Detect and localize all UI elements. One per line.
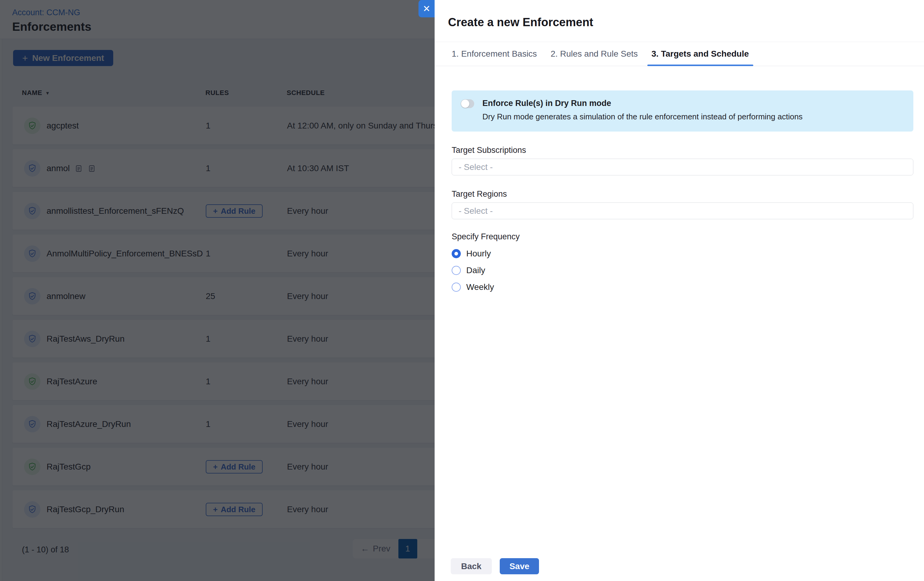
wizard-tabs: 1. Enforcement Basics2. Rules and Rule S… (435, 42, 924, 66)
specify-frequency-label: Specify Frequency (452, 232, 913, 242)
radio-label: Daily (466, 265, 485, 275)
create-enforcement-drawer: ✕ Create a new Enforcement 1. Enforcemen… (435, 0, 924, 581)
save-button[interactable]: Save (500, 558, 539, 574)
drawer-title: Create a new Enforcement (435, 0, 924, 29)
target-regions-select[interactable]: - Select - (452, 202, 913, 219)
frequency-radio-group: HourlyDailyWeekly (452, 249, 913, 292)
frequency-option-daily[interactable]: Daily (452, 265, 913, 275)
dry-run-toggle[interactable] (461, 99, 474, 108)
tab-2-rules-and-rule-sets[interactable]: 2. Rules and Rule Sets (546, 42, 642, 66)
close-button[interactable]: ✕ (419, 0, 435, 17)
dry-run-description: Dry Run mode generates a simulation of t… (482, 112, 803, 121)
radio-icon[interactable] (452, 266, 461, 275)
dry-run-infobox: Enforce Rule(s) in Dry Run mode Dry Run … (452, 91, 913, 132)
drawer-body: Enforce Rule(s) in Dry Run mode Dry Run … (435, 91, 924, 292)
tab-1-enforcement-basics[interactable]: 1. Enforcement Basics (447, 42, 541, 66)
radio-icon[interactable] (452, 249, 461, 258)
dry-run-title: Enforce Rule(s) in Dry Run mode (482, 99, 803, 108)
close-icon: ✕ (423, 3, 431, 14)
drawer-footer: Back Save (451, 558, 539, 574)
radio-label: Hourly (466, 249, 491, 258)
tab-3-targets-and-schedule[interactable]: 3. Targets and Schedule (647, 42, 753, 66)
radio-label: Weekly (466, 282, 494, 292)
radio-icon[interactable] (452, 283, 461, 292)
target-subscriptions-label: Target Subscriptions (452, 146, 913, 155)
back-button[interactable]: Back (451, 558, 492, 574)
toggle-knob (461, 99, 469, 108)
frequency-option-weekly[interactable]: Weekly (452, 282, 913, 292)
target-subscriptions-select[interactable]: - Select - (452, 159, 913, 175)
target-regions-label: Target Regions (452, 189, 913, 199)
frequency-option-hourly[interactable]: Hourly (452, 249, 913, 258)
